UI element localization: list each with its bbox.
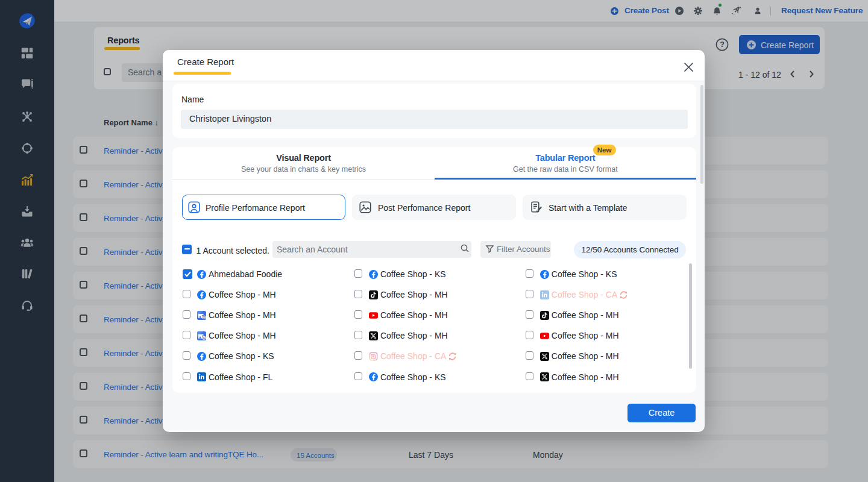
svg-text:G: G (203, 336, 205, 339)
svg-text:G: G (203, 315, 205, 319)
